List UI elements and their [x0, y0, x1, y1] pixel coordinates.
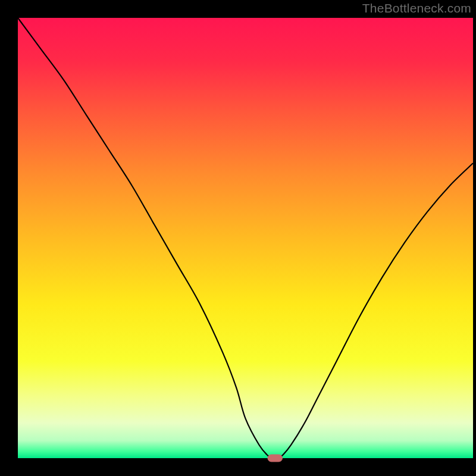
- optimal-marker: [268, 455, 282, 462]
- bottleneck-chart: [0, 0, 476, 476]
- chart-frame: TheBottleneck.com: [0, 0, 476, 476]
- gradient-background: [18, 18, 473, 458]
